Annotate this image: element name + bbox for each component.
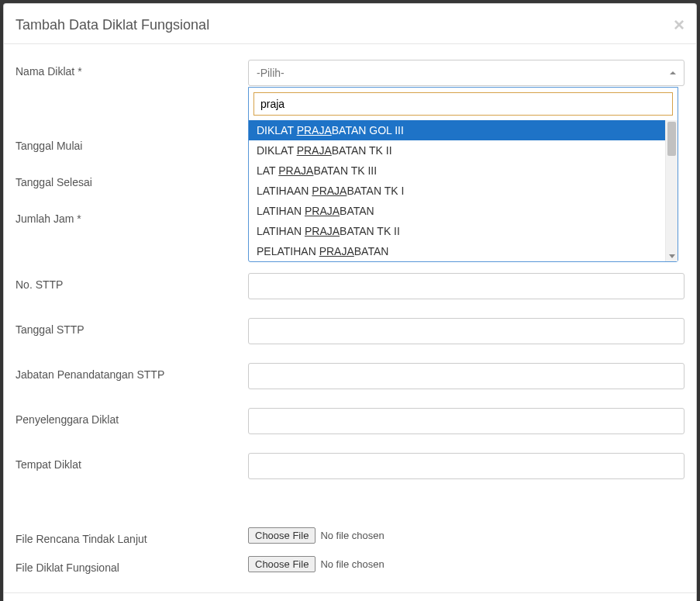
dropdown-option[interactable]: DIKLAT PRAJABATAN GOL III xyxy=(249,120,665,140)
dropdown-option[interactable]: PELATIHAN PRAJABATAN xyxy=(249,241,665,261)
row-jabatan-sttp: Jabatan Penandatangan STTP xyxy=(16,363,684,389)
label-tanggal-sttp: Tanggal STTP xyxy=(16,318,248,336)
select-nama-diklat[interactable]: -Pilih- xyxy=(248,60,684,86)
file-diklat-status: No file chosen xyxy=(320,558,384,570)
row-tanggal-sttp: Tanggal STTP xyxy=(16,318,684,344)
dropdown-search-wrap xyxy=(249,88,678,120)
dropdown-search-input[interactable] xyxy=(253,92,673,116)
dropdown-option[interactable]: LATIHAN PRAJABATAN TK II xyxy=(249,221,665,241)
input-tempat[interactable] xyxy=(248,453,684,479)
input-no-sttp[interactable] xyxy=(248,273,684,299)
scroll-thumb[interactable] xyxy=(667,122,676,156)
row-no-sttp: No. STTP xyxy=(16,273,684,299)
dropdown-scrollbar[interactable] xyxy=(665,120,678,261)
label-tanggal-mulai: Tanggal Mulai xyxy=(16,134,248,152)
label-nama-diklat: Nama Diklat * xyxy=(16,60,248,78)
file-rtl-button[interactable]: Choose File xyxy=(248,527,316,544)
select-placeholder: -Pilih- xyxy=(257,67,284,79)
label-tempat: Tempat Diklat xyxy=(16,453,248,471)
modal-body: Nama Diklat * -Pilih- DIKLAT PRAJABATAN … xyxy=(4,44,696,592)
file-diklat-button[interactable]: Choose File xyxy=(248,556,316,572)
label-tanggal-selesai: Tanggal Selesai xyxy=(16,171,248,188)
dropdown-option[interactable]: LATIHAAN PRAJABATAN TK I xyxy=(249,181,665,201)
label-jabatan-sttp: Jabatan Penandatangan STTP xyxy=(16,363,248,381)
close-icon[interactable]: × xyxy=(674,16,684,34)
modal-title: Tambah Data Diklat Fungsional xyxy=(16,17,209,33)
label-file-rtl: File Rencana Tindak Lanjut xyxy=(16,527,248,545)
input-jabatan-sttp[interactable] xyxy=(248,363,684,389)
dropdown-panel: DIKLAT PRAJABATAN GOL IIIDIKLAT PRAJABAT… xyxy=(248,87,678,262)
modal-dialog: Tambah Data Diklat Fungsional × Nama Dik… xyxy=(3,3,697,601)
label-file-diklat: File Diklat Fungsional xyxy=(16,556,248,574)
row-nama-diklat: Nama Diklat * -Pilih- xyxy=(16,60,684,86)
dropdown-option[interactable]: DIKLAT PRAJABATAN TK II xyxy=(249,140,665,161)
label-jumlah-jam: Jumlah Jam * xyxy=(16,207,248,225)
label-no-sttp: No. STTP xyxy=(16,273,248,291)
row-tempat: Tempat Diklat xyxy=(16,453,684,479)
chevron-up-icon xyxy=(670,71,676,74)
input-tanggal-sttp[interactable] xyxy=(248,318,684,344)
dropdown-option[interactable]: LATIHAN PRAJABATAN xyxy=(249,201,665,221)
dropdown-list: DIKLAT PRAJABATAN GOL IIIDIKLAT PRAJABAT… xyxy=(249,120,665,261)
scroll-down-icon[interactable] xyxy=(666,250,678,261)
row-file-rtl: File Rencana Tindak Lanjut Choose File N… xyxy=(16,527,684,545)
dropdown-option[interactable]: LAT PRAJABATAN TK III xyxy=(249,161,665,181)
label-penyelenggara: Penyelenggara Diklat xyxy=(16,408,248,426)
row-penyelenggara: Penyelenggara Diklat xyxy=(16,408,684,434)
modal-header: Tambah Data Diklat Fungsional × xyxy=(4,4,696,44)
modal-footer: Simpan xyxy=(4,592,696,601)
row-file-diklat: File Diklat Fungsional Choose File No fi… xyxy=(16,556,684,574)
input-penyelenggara[interactable] xyxy=(248,408,684,434)
file-rtl-status: No file chosen xyxy=(320,530,384,541)
